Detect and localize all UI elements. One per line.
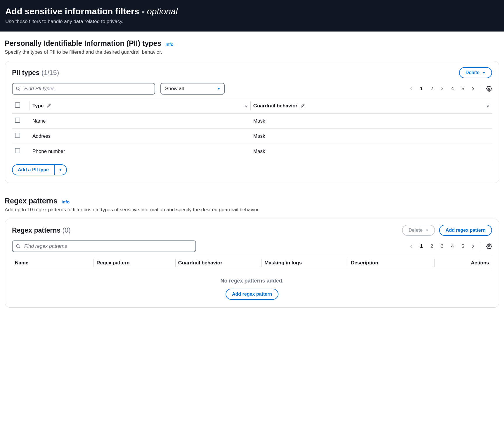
search-icon: [15, 244, 21, 249]
caret-down-icon: ▼: [425, 229, 429, 232]
pager-page-5[interactable]: 5: [460, 243, 465, 249]
regex-delete-button[interactable]: Delete ▼: [402, 225, 435, 236]
edit-icon: [300, 103, 305, 109]
pii-filter-select-wrap: Show all ▼: [160, 83, 225, 95]
pii-card-title-text: PII types: [12, 69, 40, 76]
pii-section-sub: Specify the types of PII to be filtered …: [5, 49, 499, 55]
pager-page-1[interactable]: 1: [419, 243, 424, 249]
regex-th-logs[interactable]: Masking in logs: [261, 256, 348, 270]
page-subtitle: Use these filters to handle any data rel…: [5, 19, 499, 25]
regex-search-wrap: [12, 240, 196, 252]
sort-icon: ▽: [486, 104, 489, 108]
page-header: Add sensitive information filters - opti…: [0, 0, 504, 32]
caret-down-icon: ▼: [482, 71, 486, 74]
pii-th-type-label: Type: [32, 103, 44, 109]
regex-card: Regex patterns (0) Delete ▼ Add regex pa…: [5, 219, 499, 308]
pii-th-select-all: [12, 98, 30, 114]
column-divider: [434, 259, 435, 267]
regex-th-pattern[interactable]: Regex pattern: [93, 256, 175, 270]
gear-icon[interactable]: [486, 243, 492, 249]
regex-th-name[interactable]: Name: [12, 256, 93, 270]
pii-pager: 1 2 3 4 5: [409, 85, 492, 93]
row-checkbox[interactable]: [15, 133, 20, 138]
search-icon: [15, 86, 21, 91]
pii-delete-button[interactable]: Delete ▼: [459, 67, 492, 78]
regex-th-actions[interactable]: Actions: [434, 256, 492, 270]
add-pii-split-button: Add a PII type ▼: [12, 164, 67, 175]
pager-page-3[interactable]: 3: [440, 243, 445, 249]
regex-th-desc[interactable]: Description: [348, 256, 434, 270]
pii-delete-label: Delete: [465, 70, 479, 75]
regex-info-link[interactable]: Info: [62, 199, 70, 204]
table-row: Address Mask: [12, 129, 492, 144]
pii-filter-select-value: Show all: [165, 86, 184, 92]
regex-th-behavior-label: Guardrail behavior: [178, 260, 222, 266]
regex-pager: 1 2 3 4 5: [409, 243, 492, 250]
pii-filter-select[interactable]: Show all: [160, 83, 225, 95]
add-pii-dropdown[interactable]: ▼: [54, 164, 67, 175]
regex-empty-add-button[interactable]: Add regex pattern: [226, 289, 278, 300]
pager-page-3[interactable]: 3: [440, 86, 445, 92]
regex-add-button[interactable]: Add regex pattern: [439, 225, 492, 236]
column-divider: [175, 259, 176, 267]
pager-prev-icon[interactable]: [409, 244, 414, 249]
pager-next-icon[interactable]: [471, 244, 475, 249]
cell-type: Phone number: [30, 144, 250, 159]
regex-section-sub: Add up to 10 regex patterns to filter cu…: [5, 207, 499, 213]
pii-card-title: PII types (1/15): [12, 69, 59, 77]
cell-type: Address: [30, 129, 250, 144]
pager-prev-icon[interactable]: [409, 86, 414, 91]
pager-page-2[interactable]: 2: [429, 86, 434, 92]
add-pii-button[interactable]: Add a PII type: [12, 164, 55, 175]
cell-behavior: Mask: [250, 114, 492, 129]
regex-section-heading-row: Regex patterns Info: [5, 197, 499, 205]
pii-card-count: (1/15): [41, 69, 59, 76]
page-title: Add sensitive information filters - opti…: [5, 6, 499, 16]
pii-table: Type ▽ Guardrail behavior: [12, 98, 492, 159]
select-all-checkbox[interactable]: [15, 102, 20, 108]
svg-point-2: [489, 88, 490, 90]
pager-next-icon[interactable]: [471, 86, 475, 91]
pii-section-heading-row: Personally Identifiable Information (PII…: [5, 39, 499, 48]
regex-th-behavior[interactable]: Guardrail behavior: [175, 256, 262, 270]
page-title-main: Add sensitive information filters -: [5, 6, 147, 16]
regex-th-desc-label: Description: [351, 260, 378, 266]
pager-page-4[interactable]: 4: [450, 86, 455, 92]
regex-th-logs-label: Masking in logs: [264, 260, 302, 266]
regex-section-heading: Regex patterns: [5, 197, 58, 205]
pii-th-behavior[interactable]: Guardrail behavior ▽: [250, 98, 492, 114]
regex-empty-message: No regex patterns added.: [12, 278, 492, 284]
column-divider: [261, 259, 262, 267]
pii-info-link[interactable]: Info: [165, 42, 174, 47]
regex-card-title: Regex patterns (0): [12, 226, 71, 234]
cell-behavior: Mask: [250, 129, 492, 144]
caret-down-icon: ▼: [217, 87, 221, 91]
sort-icon: ▽: [245, 104, 247, 108]
regex-th-name-label: Name: [15, 260, 28, 266]
regex-th-pattern-label: Regex pattern: [96, 260, 129, 266]
pii-search-input[interactable]: [12, 83, 155, 95]
table-row: Phone number Mask: [12, 144, 492, 159]
svg-point-5: [489, 246, 490, 247]
regex-th-actions-label: Actions: [471, 260, 489, 266]
column-divider: [250, 101, 251, 110]
regex-search-input[interactable]: [12, 240, 196, 252]
pager-separator: [481, 243, 481, 250]
pager-page-2[interactable]: 2: [429, 243, 434, 249]
column-divider: [93, 259, 94, 267]
pager-page-1[interactable]: 1: [419, 86, 424, 92]
pager-separator: [481, 85, 481, 93]
column-divider: [348, 259, 348, 267]
page-title-optional: optional: [147, 6, 178, 16]
gear-icon[interactable]: [486, 86, 492, 92]
cell-type: Name: [30, 114, 250, 129]
pii-section-heading: Personally Identifiable Information (PII…: [5, 39, 161, 48]
svg-line-1: [19, 89, 20, 90]
pii-th-type[interactable]: Type ▽: [30, 98, 250, 114]
pager-page-5[interactable]: 5: [460, 86, 465, 92]
row-checkbox[interactable]: [15, 118, 20, 123]
column-divider: [30, 101, 30, 110]
pager-page-4[interactable]: 4: [450, 243, 455, 249]
row-checkbox[interactable]: [15, 148, 20, 153]
pii-search-wrap: [12, 83, 155, 95]
